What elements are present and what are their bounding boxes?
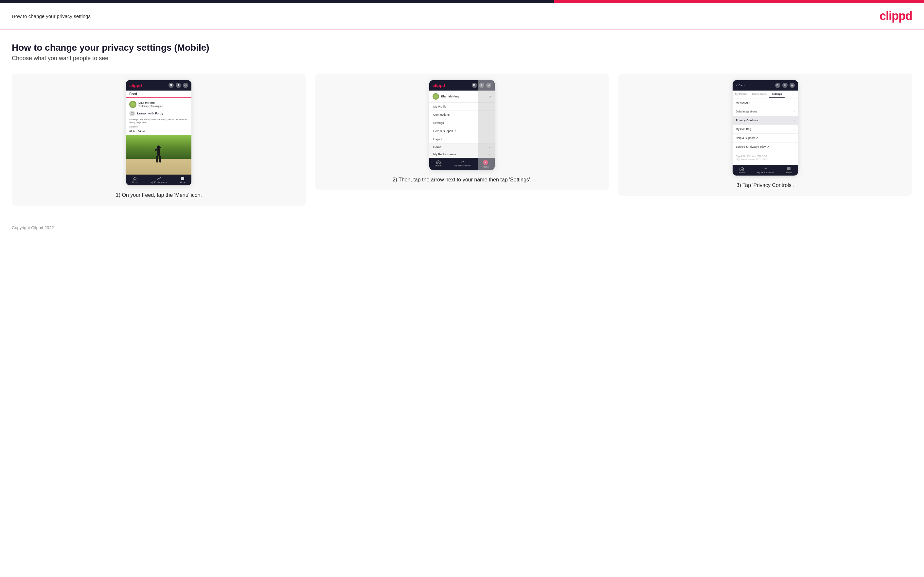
settings-privacy-chevron-icon: › bbox=[794, 119, 795, 122]
step1-avatar bbox=[129, 101, 136, 108]
step2-user-avatar bbox=[433, 93, 439, 100]
step-2-card: clippd bbox=[315, 74, 609, 190]
step1-nav-menu: Menu bbox=[179, 177, 186, 184]
footer: Copyright Clippd 2022 bbox=[0, 219, 924, 237]
step2-menu-connections-label: Connections bbox=[433, 113, 449, 116]
settings-item-service-privacy: Service & Privacy Policy ↗ bbox=[733, 143, 798, 152]
page-heading: How to change your privacy settings (Mob… bbox=[12, 42, 912, 53]
svg-point-2 bbox=[178, 84, 179, 85]
step-3-card: < Back bbox=[618, 74, 912, 196]
settings-item-golf-bag: My Golf Bag › bbox=[733, 125, 798, 134]
breadcrumb: How to change your privacy settings bbox=[12, 13, 90, 19]
step1-golf-image bbox=[126, 135, 191, 174]
settings-help-label: Help & Support ↗ bbox=[736, 136, 758, 140]
step3-bottom-nav: Home My Performance Menu bbox=[733, 165, 798, 176]
step1-description: 1) On your Feed, tap the 'Menu' icon. bbox=[116, 191, 202, 199]
step1-nav-icons bbox=[168, 83, 188, 88]
svg-point-19 bbox=[777, 84, 778, 86]
settings-golf-bag-label: My Golf Bag bbox=[736, 127, 751, 131]
back-chevron-icon: < bbox=[736, 84, 738, 87]
step1-feed-content: Blair McHarg Yesterday · Sunningdale Les… bbox=[126, 98, 191, 135]
step1-performance-label: My Performance bbox=[150, 181, 167, 184]
copyright: Copyright Clippd 2022 bbox=[12, 225, 54, 230]
step2-description: 2) Then, tap the arrow next to your name… bbox=[393, 176, 532, 184]
step2-menu-user-left: Blair McHarg bbox=[433, 93, 459, 100]
step1-user-row: Blair McHarg Yesterday · Sunningdale bbox=[129, 101, 188, 108]
svg-point-4 bbox=[184, 84, 186, 86]
step3-nav-performance: My Performance bbox=[757, 167, 774, 174]
step2-blur-overlay bbox=[478, 80, 495, 170]
svg-point-22 bbox=[792, 85, 793, 85]
step1-user-info: Blair McHarg Yesterday · Sunningdale bbox=[138, 101, 163, 108]
step1-logo: clippd bbox=[129, 83, 142, 88]
settings-item-my-account: My Account › bbox=[733, 98, 798, 107]
step1-feed-text: Looking to feel like my hands are exitin… bbox=[129, 118, 188, 124]
svg-rect-8 bbox=[157, 156, 158, 163]
step3-back-bar: < Back bbox=[733, 80, 798, 90]
step1-lesson-title: Lesson with Fordy bbox=[137, 112, 163, 115]
step2-performance-section-label: My Performance bbox=[433, 153, 456, 156]
version-client: Clippd Client Version: 2022.8.3-3 bbox=[736, 155, 795, 158]
tab-connections: Connections bbox=[749, 90, 769, 98]
step2-menu-logout-label: Logout bbox=[433, 138, 443, 141]
svg-point-0 bbox=[170, 84, 172, 86]
step2-menu-help-label: Help & Support ↗ bbox=[433, 129, 457, 133]
user-icon bbox=[176, 83, 181, 88]
step1-user-sub: Yesterday · Sunningdale bbox=[138, 105, 163, 108]
version-gql: GQL Server Version: 2022.7.30-1 bbox=[736, 158, 795, 161]
svg-line-15 bbox=[475, 85, 475, 86]
logo: clippd bbox=[879, 9, 912, 23]
step1-feed-tab: Feed bbox=[126, 90, 191, 98]
settings-icon bbox=[183, 83, 188, 88]
step3-description: 3) Tap 'Privacy Controls'. bbox=[737, 181, 794, 189]
settings-data-integrations-chevron-icon: › bbox=[794, 110, 795, 113]
step3-back-label: Back bbox=[738, 84, 745, 87]
svg-line-20 bbox=[778, 85, 779, 86]
main-content: How to change your privacy settings (Mob… bbox=[0, 29, 924, 219]
svg-rect-5 bbox=[131, 113, 134, 114]
step1-duration-value: 01 hr : 30 min bbox=[129, 130, 188, 133]
step3-phone: < Back bbox=[733, 80, 798, 176]
settings-item-privacy-controls: Privacy Controls › bbox=[733, 116, 798, 125]
step3-user-icon bbox=[782, 83, 788, 88]
svg-line-1 bbox=[172, 85, 173, 86]
step1-bottom-nav: Home My Performance Menu bbox=[126, 174, 191, 185]
step1-nav-performance: My Performance bbox=[150, 177, 167, 184]
step2-menu-my-profile-label: My Profile bbox=[433, 105, 446, 108]
svg-point-14 bbox=[473, 84, 475, 86]
step2-logo: clippd bbox=[433, 83, 445, 88]
svg-point-23 bbox=[791, 84, 793, 86]
header: How to change your privacy settings clip… bbox=[0, 3, 924, 29]
settings-my-account-chevron-icon: › bbox=[794, 101, 795, 104]
step2-phone-wrapper: clippd bbox=[429, 80, 495, 170]
step3-nav-home: Home bbox=[738, 167, 745, 174]
steps-container: clippd Feed bbox=[12, 74, 912, 206]
step3-back-button: < Back bbox=[736, 84, 745, 87]
step2-home-section-label: Home bbox=[433, 145, 441, 149]
step1-menu-label: Menu bbox=[179, 181, 186, 184]
svg-rect-9 bbox=[159, 156, 161, 163]
settings-service-privacy-label: Service & Privacy Policy ↗ bbox=[736, 145, 769, 148]
svg-point-21 bbox=[784, 84, 785, 85]
settings-golf-bag-chevron-icon: › bbox=[794, 127, 795, 131]
step1-duration-label: Duration bbox=[129, 126, 188, 128]
step1-nav-home: Home bbox=[132, 177, 138, 184]
step2-menu-settings-label: Settings bbox=[433, 121, 444, 124]
step2-nav-performance: My Performance bbox=[454, 160, 470, 168]
step3-home-label: Home bbox=[738, 171, 745, 174]
step3-settings-list: My Account › Data Integrations › Privacy… bbox=[733, 98, 798, 165]
step3-settings-icon bbox=[790, 83, 795, 88]
page-subheading: Choose what you want people to see bbox=[12, 55, 912, 62]
lesson-icon bbox=[129, 111, 135, 116]
step2-nav-home: Home bbox=[436, 160, 442, 168]
step1-user-name: Blair McHarg bbox=[138, 101, 163, 105]
step2-search-icon bbox=[472, 83, 477, 88]
step3-tabs-bar: My Profile Connections Settings bbox=[733, 90, 798, 98]
step-1-card: clippd Feed bbox=[12, 74, 306, 206]
settings-my-account-label: My Account bbox=[736, 101, 750, 104]
step1-home-label: Home bbox=[132, 181, 138, 184]
settings-item-data-integrations: Data Integrations › bbox=[733, 107, 798, 116]
step2-user-name: Blair McHarg bbox=[441, 95, 459, 98]
settings-privacy-controls-label: Privacy Controls bbox=[736, 119, 758, 122]
settings-version-info: Clippd Client Version: 2022.8.3-3 GQL Se… bbox=[733, 152, 798, 165]
